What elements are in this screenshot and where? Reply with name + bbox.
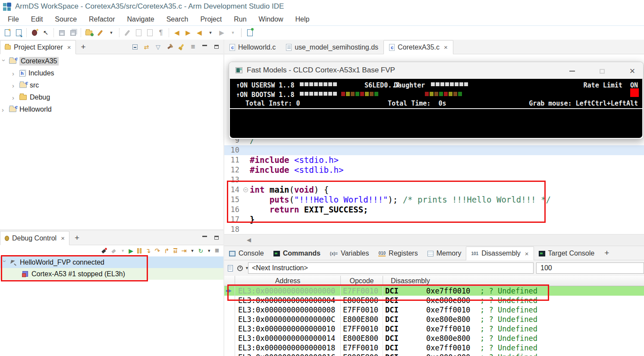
continue-icon[interactable]: ▶ xyxy=(129,247,133,254)
chevron-down-icon[interactable]: › xyxy=(1,260,9,265)
minimize-icon[interactable] xyxy=(201,45,208,49)
link-with-editor-icon[interactable]: ⇄ xyxy=(143,44,150,50)
new-wizard-button[interactable]: ✦ xyxy=(2,28,13,38)
disassembly-row[interactable]: EL3:0x0000000000000008 E7FF0010 DCI0xe7f… xyxy=(224,305,644,315)
menu-source[interactable]: Source xyxy=(49,13,83,25)
import-button[interactable]: ↘ xyxy=(13,28,24,38)
refresh-dropdown-icon[interactable]: ▼ xyxy=(207,249,211,253)
save-all-button[interactable] xyxy=(68,28,78,38)
highlighter-button[interactable] xyxy=(95,28,105,38)
menu-file[interactable]: File xyxy=(2,13,25,25)
back-history-dropdown[interactable]: ▼ xyxy=(205,28,216,38)
close-icon[interactable]: × xyxy=(61,234,65,242)
show-whitespace-button[interactable]: ¶ xyxy=(156,28,166,38)
step-instruction-icon[interactable]: si xyxy=(173,248,177,254)
rate-limit-indicator[interactable] xyxy=(630,88,639,97)
next-edit-location-button[interactable]: ▶ xyxy=(183,28,193,38)
disassembly-row[interactable]: EL3:0x000000000000000C E800E800 DCI0xe80… xyxy=(224,315,644,324)
clean-broom-icon[interactable] xyxy=(178,44,185,50)
tree-item-src[interactable]: › c src xyxy=(12,80,39,91)
tab-console[interactable]: Console xyxy=(224,247,269,261)
build-hammer-icon[interactable] xyxy=(166,46,173,48)
menu-navigate[interactable]: Navigate xyxy=(121,13,160,25)
bootsw-switch-blocks[interactable] xyxy=(300,92,337,96)
export-disassembly-icon[interactable] xyxy=(228,265,233,272)
tab-use-model-semihosting-ds[interactable]: use_model_semihosting.ds xyxy=(281,40,383,54)
tab-disassembly[interactable]: 101 Disassembly × xyxy=(466,247,534,261)
menu-project[interactable]: Project xyxy=(194,13,228,25)
tree-item-includes[interactable]: › h Includes xyxy=(12,68,54,78)
next-instruction-input[interactable] xyxy=(248,262,534,274)
step-over-icon[interactable]: ↷ xyxy=(155,247,160,255)
fvp-titlebar[interactable]: Fast Models - CLCD Cortex-A53x1 Base FVP xyxy=(229,62,643,79)
chevron-right-icon[interactable]: › xyxy=(12,82,16,89)
disassembly-row-current[interactable]: EL3:0x0000000000000000 E7FF0010 DCI0xe7f… xyxy=(224,286,644,296)
chevron-down-icon[interactable]: › xyxy=(0,59,8,63)
menu-run[interactable]: Run xyxy=(228,13,252,25)
view-menu-icon[interactable]: ≡ xyxy=(189,43,197,51)
forward-history-button[interactable]: ▶ xyxy=(217,28,227,38)
fvp-minimize-button[interactable] xyxy=(565,66,578,76)
address-column-header[interactable]: Address xyxy=(235,276,341,286)
minimize-icon[interactable] xyxy=(201,236,208,240)
disassembly-row[interactable]: EL3:0x000000000000001C E800E800 DCI0xe80… xyxy=(224,353,644,356)
tree-item-coretexa35[interactable]: › c CoretexA35 xyxy=(2,56,59,66)
new-view-button[interactable]: + xyxy=(599,248,614,258)
fold-collapse-icon[interactable] xyxy=(243,187,248,192)
editor-horizontal-scrollbar[interactable]: ◀ xyxy=(224,234,644,246)
collapse-all-icon[interactable] xyxy=(131,44,138,50)
open-new-editor-button[interactable] xyxy=(245,28,255,38)
opcode-column-header[interactable]: Opcode xyxy=(341,276,383,286)
debug-bug-button[interactable]: ✦ xyxy=(29,28,40,38)
highlighter-dropdown[interactable]: ▼ xyxy=(106,28,116,38)
back-history-button[interactable]: ◀ xyxy=(194,28,204,38)
debug-core-row[interactable]: Cortex-A53 #1 stopped (EL3h) xyxy=(0,268,223,280)
chevron-right-icon[interactable]: › xyxy=(12,94,16,101)
new-view-button[interactable]: + xyxy=(69,233,85,243)
tab-coretexa35-c[interactable]: c CoretexA35.c × xyxy=(383,40,453,54)
outline-doc-button[interactable] xyxy=(145,28,155,38)
disassembly-column-header[interactable]: Disassembly xyxy=(383,276,644,286)
open-resource-button[interactable] xyxy=(84,28,94,38)
menu-window[interactable]: Window xyxy=(253,13,289,25)
step-return-icon[interactable]: ↱ xyxy=(164,247,170,255)
menu-search[interactable]: Search xyxy=(160,13,195,25)
close-icon[interactable]: × xyxy=(444,44,448,51)
menu-edit[interactable]: Edit xyxy=(25,13,49,25)
last-edit-location-button[interactable]: ◀ xyxy=(172,28,182,38)
save-button[interactable] xyxy=(57,28,67,38)
tab-target-console[interactable]: Target Console xyxy=(534,247,600,261)
menu-refactor[interactable]: Refactor xyxy=(83,13,121,25)
disassembly-row[interactable]: EL3:0x0000000000000010 E7FF0010 DCI0xe7f… xyxy=(224,324,644,334)
step-dropdown-icon[interactable]: ▼ xyxy=(191,249,195,253)
instruction-count-input[interactable] xyxy=(536,262,644,274)
menu-help[interactable]: Help xyxy=(289,13,315,25)
disassembly-row[interactable]: EL3:0x0000000000000004 E800E800 DCI0xe80… xyxy=(224,296,644,305)
tree-item-helloworld[interactable]: › c Helloworld xyxy=(2,104,52,115)
view-menu-icon[interactable]: ≡ xyxy=(215,247,219,255)
close-icon[interactable]: × xyxy=(67,44,71,51)
refactor-doc-button[interactable] xyxy=(133,28,144,38)
connect-target-icon[interactable] xyxy=(101,248,107,254)
chevron-right-icon[interactable]: › xyxy=(2,106,6,113)
maximize-icon[interactable] xyxy=(213,236,220,240)
chevron-right-icon[interactable]: › xyxy=(12,70,16,77)
tab-project-explorer[interactable]: Project Explorer × xyxy=(0,40,76,54)
history-icon[interactable] xyxy=(237,265,243,271)
forward-history-dropdown[interactable]: ▼ xyxy=(228,28,238,38)
fvp-maximize-button[interactable] xyxy=(596,66,609,76)
disassembly-row[interactable]: EL3:0x0000000000000018 E7FF0010 DCI0xe7f… xyxy=(224,343,644,353)
step-into-icon[interactable]: ↴ xyxy=(145,247,151,255)
connect-dropdown-icon[interactable]: ▼ xyxy=(121,249,125,253)
close-icon[interactable]: × xyxy=(525,250,529,257)
run-to-cursor-icon[interactable]: ⇥ xyxy=(181,247,187,255)
fast-models-window[interactable]: Fast Models - CLCD Cortex-A53x1 Base FVP… xyxy=(229,62,644,139)
filter-icon[interactable]: ▽ xyxy=(154,44,162,50)
tab-registers[interactable]: 010 Registers xyxy=(374,247,422,261)
pause-icon[interactable] xyxy=(137,248,141,253)
maximize-icon[interactable] xyxy=(213,45,220,49)
tab-variables[interactable]: (x)= Variables xyxy=(325,247,374,261)
scroll-left-icon[interactable]: ◀ xyxy=(247,237,251,243)
tab-debug-control[interactable]: Debug Control × xyxy=(0,231,69,245)
fvp-close-button[interactable]: × xyxy=(626,66,639,76)
